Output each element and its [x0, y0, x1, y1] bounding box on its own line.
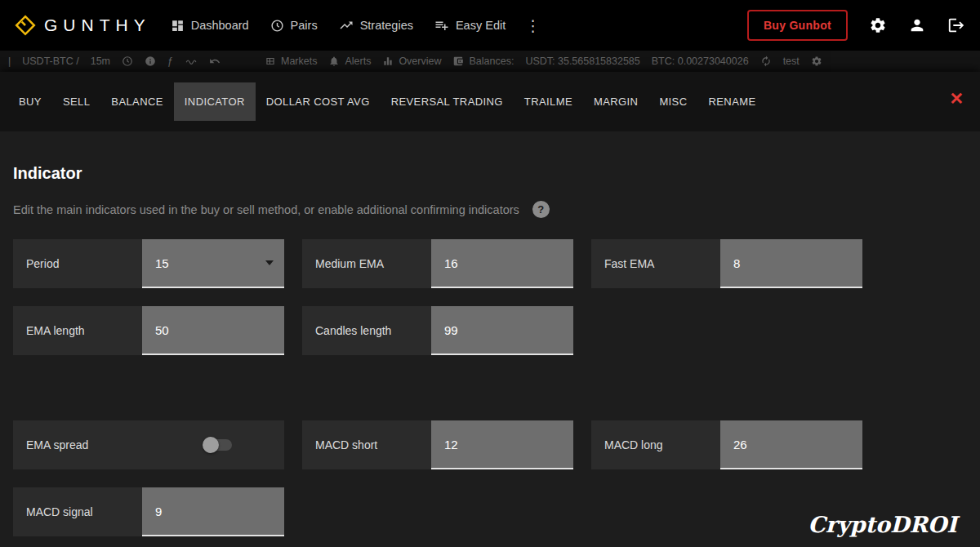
field-candles-length: Candles length	[302, 306, 573, 355]
field-label: Candles length	[302, 306, 431, 355]
balance-usdt: USDT: 35.565815832585	[525, 56, 639, 67]
input-wrap	[720, 239, 862, 288]
settings-gear-icon[interactable]	[869, 16, 887, 34]
divider: |	[8, 56, 11, 67]
function-icon: ƒ	[167, 56, 173, 67]
topbar-actions: Buy Gunbot	[747, 10, 965, 41]
pair-label: USDT-BTC /	[22, 56, 78, 67]
nav-label: Strategies	[360, 19, 413, 32]
tab-sell[interactable]: SELL	[52, 82, 100, 121]
page-title: Indicator	[13, 164, 967, 183]
logout-icon[interactable]	[947, 16, 965, 34]
refresh-icon	[760, 56, 772, 67]
tab-margin[interactable]: MARGIN	[583, 82, 648, 121]
main-nav: Dashboard Pairs Strategies Easy Edit	[171, 18, 506, 33]
balance-btc: BTC: 0.00273040026	[652, 56, 749, 67]
field-label: MACD long	[591, 420, 720, 469]
nav-strategies[interactable]: Strategies	[339, 18, 413, 33]
easy-edit-icon	[434, 18, 449, 33]
toggle-knob	[203, 437, 219, 453]
field-label: MACD signal	[13, 487, 142, 536]
field-macd-signal: MACD signal	[13, 487, 284, 536]
wave-icon	[185, 56, 198, 67]
indicator-panel: Indicator Edit the main indicators used …	[0, 164, 980, 536]
field-medium-ema: Medium EMA	[302, 239, 573, 288]
tab-trailme[interactable]: TRAILME	[514, 82, 583, 121]
fast-ema-input[interactable]	[720, 239, 862, 287]
input-wrap	[142, 306, 284, 355]
alerts-button: Alerts	[328, 56, 371, 67]
ema-spread-toggle[interactable]	[204, 439, 232, 451]
timeframe-label: 15m	[91, 56, 110, 67]
input-wrap	[431, 239, 573, 288]
dashboard-icon	[171, 19, 185, 33]
gunthy-diamond-icon	[15, 15, 36, 36]
nav-easy-edit[interactable]: Easy Edit	[434, 18, 506, 33]
field-label: MACD short	[302, 420, 431, 469]
field-label: Period	[13, 239, 142, 288]
overview-button: Overview	[382, 56, 441, 67]
nav-label: Easy Edit	[456, 19, 506, 32]
field-ema-length: EMA length	[13, 306, 284, 355]
undo-icon	[209, 56, 220, 67]
strategies-trending-icon	[339, 18, 354, 33]
indicator-fields-section-1: Period 15 Medium EMA Fast EMA	[13, 239, 967, 355]
ema-length-input[interactable]	[142, 306, 284, 354]
brand-text: GUNTHY	[44, 16, 151, 35]
close-icon[interactable]: ✕	[949, 90, 964, 107]
nav-label: Pairs	[291, 19, 318, 32]
buy-gunbot-button[interactable]: Buy Gunbot	[747, 10, 848, 41]
brand-home-link[interactable]: GUNTHY	[15, 15, 151, 36]
tab-reversal-trading[interactable]: REVERSAL TRADING	[381, 82, 514, 121]
more-menu-icon[interactable]: ⋮	[525, 16, 541, 35]
topbar: GUNTHY Dashboard Pairs Strategies	[0, 0, 980, 51]
chevron-down-icon	[265, 260, 274, 265]
strategy-editor-modal: BUY SELL BALANCE INDICATOR DOLLAR COST A…	[0, 72, 980, 547]
nav-pairs[interactable]: Pairs	[270, 19, 318, 33]
app-window: GUNTHY Dashboard Pairs Strategies	[0, 0, 980, 547]
strip-gear-icon	[811, 56, 822, 67]
balances-label: Balances:	[452, 56, 514, 67]
field-macd-short: MACD short	[302, 420, 573, 469]
pairs-clock-icon	[270, 19, 284, 33]
help-icon[interactable]: ?	[532, 201, 550, 218]
panel-description: Edit the main indicators used in the buy…	[13, 203, 519, 216]
tab-indicator[interactable]: INDICATOR	[174, 82, 256, 121]
field-label: Fast EMA	[591, 239, 720, 288]
period-select-value: 15	[142, 256, 169, 270]
history-clock-icon	[122, 56, 133, 67]
macd-signal-input[interactable]	[142, 487, 284, 535]
field-macd-long: MACD long	[591, 420, 862, 469]
strategy-tabbar: BUY SELL BALANCE INDICATOR DOLLAR COST A…	[0, 72, 980, 131]
field-label: Medium EMA	[302, 239, 431, 288]
nav-label: Dashboard	[191, 19, 249, 32]
candles-length-input[interactable]	[431, 306, 573, 354]
toggle-area	[142, 420, 284, 469]
pair-toolbar-strip: | USDT-BTC / 15m ƒ Markets Alerts Overvi…	[0, 51, 980, 72]
input-wrap	[431, 420, 573, 469]
strategy-name: test	[783, 56, 800, 67]
field-fast-ema: Fast EMA	[591, 239, 862, 288]
tab-buy[interactable]: BUY	[8, 82, 52, 121]
input-wrap	[431, 306, 573, 355]
cryptodroi-watermark: CryptoDROI	[808, 512, 957, 537]
input-wrap	[720, 420, 862, 469]
medium-ema-input[interactable]	[431, 239, 573, 287]
tab-dollar-cost-avg[interactable]: DOLLAR COST AVG	[256, 82, 381, 121]
info-circle-icon	[145, 56, 156, 67]
field-period: Period 15	[13, 239, 284, 288]
account-person-icon[interactable]	[908, 16, 926, 34]
markets-button: Markets	[265, 56, 317, 67]
tab-misc[interactable]: MISC	[648, 82, 697, 121]
input-wrap	[142, 487, 284, 536]
tab-balance[interactable]: BALANCE	[100, 82, 174, 121]
macd-short-input[interactable]	[431, 420, 573, 468]
period-select[interactable]: 15	[142, 239, 284, 288]
field-label: EMA length	[13, 306, 142, 355]
nav-dashboard[interactable]: Dashboard	[171, 19, 249, 33]
tab-rename[interactable]: RENAME	[697, 82, 766, 121]
macd-long-input[interactable]	[720, 420, 862, 468]
field-ema-spread: EMA spread	[13, 420, 284, 469]
field-label: EMA spread	[13, 420, 142, 469]
